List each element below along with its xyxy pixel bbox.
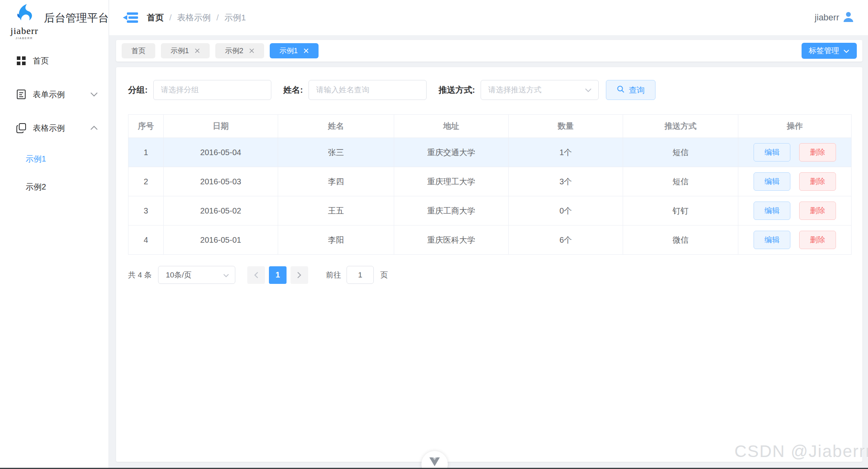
copy-document-icon <box>16 123 26 133</box>
cell-actions: 编辑 删除 <box>738 226 852 255</box>
edit-button[interactable]: 编辑 <box>754 172 790 191</box>
close-icon[interactable] <box>249 48 255 54</box>
tab-example2[interactable]: 示例2 <box>215 43 264 58</box>
cell-actions: 编辑 删除 <box>738 138 852 167</box>
breadcrumb-separator: / <box>216 13 219 22</box>
sidebar-item-table-examples[interactable]: 表格示例 <box>0 111 108 145</box>
group-label: 分组: <box>128 84 148 96</box>
delete-button[interactable]: 删除 <box>799 143 836 162</box>
edit-button[interactable]: 编辑 <box>754 202 790 220</box>
sidebar-subitem-label: 示例1 <box>26 154 46 164</box>
cell-count: 3个 <box>509 167 623 196</box>
col-push: 推送方式 <box>623 115 738 138</box>
sidebar: jiaberr JIABERR 后台管理平台 首页 <box>0 0 109 469</box>
sidebar-item-home[interactable]: 首页 <box>0 44 108 78</box>
tab-example1-active[interactable]: 示例1 <box>270 43 319 58</box>
app-title: 后台管理平台 <box>44 11 109 25</box>
prev-page-button[interactable] <box>247 266 265 284</box>
pagination: 共 4 条 10条/页 1 前往 页 <box>128 266 850 284</box>
tag-manage-button[interactable]: 标签管理 <box>802 43 857 59</box>
chevron-down-icon <box>843 46 850 55</box>
cell-name: 王五 <box>278 196 394 226</box>
cell-date: 2016-05-02 <box>164 196 278 226</box>
sidebar-item-form-examples[interactable]: 表单示例 <box>0 78 108 111</box>
goto-label: 前往 <box>326 270 341 280</box>
col-address: 地址 <box>394 115 509 138</box>
sidebar-subitem-label: 示例2 <box>26 182 46 192</box>
cell-actions: 编辑 删除 <box>738 167 852 196</box>
name-input[interactable] <box>309 80 427 100</box>
username: jiaberr <box>815 12 839 23</box>
breadcrumb-table-examples[interactable]: 表格示例 <box>177 12 211 23</box>
chevron-down-icon <box>223 271 229 279</box>
logo-text: jiaberr <box>10 26 38 36</box>
logo-mark: jiaberr JIABERR <box>10 2 38 40</box>
cell-count: 6个 <box>509 226 623 255</box>
cell-push: 短信 <box>623 138 738 167</box>
sidebar-item-label: 表单示例 <box>33 89 65 100</box>
next-page-button[interactable] <box>291 266 308 284</box>
tab-bar: 首页 示例1 示例2 示例1 标签管理 <box>116 40 862 62</box>
cell-actions: 编辑 删除 <box>738 196 852 226</box>
tab-home[interactable]: 首页 <box>122 43 155 58</box>
goto-page-input[interactable] <box>347 266 374 284</box>
sidebar-subitem-example2[interactable]: 示例2 <box>0 173 108 201</box>
page-size-select[interactable]: 10条/页 <box>158 266 235 284</box>
name-label: 姓名: <box>283 84 303 96</box>
cell-push: 钉钉 <box>623 196 738 226</box>
logo-wave-icon <box>14 2 35 25</box>
breadcrumb: 首页 / 表格示例 / 示例1 <box>147 12 246 23</box>
sidebar-fold-icon[interactable] <box>123 11 138 24</box>
col-actions: 操作 <box>738 115 852 138</box>
edit-button[interactable]: 编辑 <box>754 143 790 162</box>
breadcrumb-home[interactable]: 首页 <box>147 12 164 23</box>
tab-example1[interactable]: 示例1 <box>161 43 210 58</box>
sidebar-item-label: 首页 <box>33 56 49 66</box>
topbar: 首页 / 表格示例 / 示例1 jiaberr <box>109 0 868 35</box>
table-row: 2 2016-05-03 李四 重庆理工大学 3个 短信 编辑 删除 <box>128 167 852 196</box>
col-name: 姓名 <box>278 115 394 138</box>
search-icon <box>617 85 625 95</box>
tab-label: 示例1 <box>170 46 189 56</box>
group-input[interactable] <box>153 80 271 100</box>
query-button[interactable]: 查询 <box>606 80 656 100</box>
cell-count: 0个 <box>509 196 623 226</box>
cell-date: 2016-05-04 <box>164 138 278 167</box>
cell-address: 重庆交通大学 <box>394 138 509 167</box>
delete-button[interactable]: 删除 <box>799 202 836 220</box>
page-size-value: 10条/页 <box>166 270 191 280</box>
sidebar-menu: 首页 表单示例 表格示例 <box>0 44 108 201</box>
cell-date: 2016-05-01 <box>164 226 278 255</box>
current-page-button[interactable]: 1 <box>269 266 287 284</box>
user-menu[interactable]: jiaberr <box>815 11 854 24</box>
page-unit-label: 页 <box>380 270 388 280</box>
breadcrumb-current: 示例1 <box>225 12 246 23</box>
logo-subtext: JIABERR <box>16 37 33 40</box>
push-method-label: 推送方式: <box>439 84 475 96</box>
close-icon[interactable] <box>303 48 309 54</box>
cell-push: 短信 <box>623 167 738 196</box>
cell-count: 1个 <box>509 138 623 167</box>
delete-button[interactable]: 删除 <box>799 231 836 249</box>
col-count: 数量 <box>509 115 623 138</box>
table-row: 1 2016-05-04 张三 重庆交通大学 1个 短信 编辑 删除 <box>128 138 852 167</box>
cell-index: 3 <box>128 196 164 226</box>
cell-index: 1 <box>128 138 164 167</box>
document-icon <box>16 89 26 100</box>
table-row: 3 2016-05-02 王五 重庆工商大学 0个 钉钉 编辑 删除 <box>128 196 852 226</box>
close-icon[interactable] <box>194 48 200 54</box>
edit-button[interactable]: 编辑 <box>754 231 790 249</box>
tab-label: 示例1 <box>279 46 298 56</box>
push-method-select[interactable]: 请选择推送方式 <box>481 80 599 100</box>
tab-label: 示例2 <box>225 46 243 56</box>
chevron-up-icon <box>90 126 98 130</box>
delete-button[interactable]: 删除 <box>799 172 836 191</box>
app-logo: jiaberr JIABERR 后台管理平台 <box>0 0 108 38</box>
tag-manage-label: 标签管理 <box>809 46 839 56</box>
user-avatar-icon <box>842 11 854 24</box>
table-header-row: 序号 日期 姓名 地址 数量 推送方式 操作 <box>128 115 852 138</box>
breadcrumb-separator: / <box>169 13 172 22</box>
chevron-down-icon <box>585 86 592 94</box>
data-table: 序号 日期 姓名 地址 数量 推送方式 操作 1 2016-05-04 张三 重… <box>128 114 852 255</box>
sidebar-subitem-example1[interactable]: 示例1 <box>0 145 108 173</box>
